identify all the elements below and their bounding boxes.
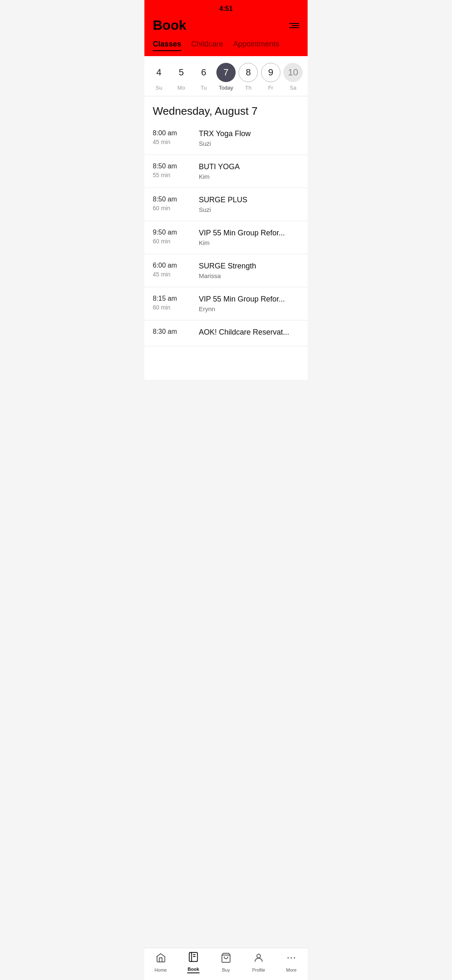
class-time-3: 9:50 am 60 min xyxy=(153,229,199,245)
class-instructor-4: Marissa xyxy=(199,272,299,279)
class-item-1[interactable]: 8:50 am 55 min BUTI YOGA Kim xyxy=(144,155,308,188)
nav-buy-label: Buy xyxy=(222,967,230,972)
time-label-6: 8:30 am xyxy=(153,328,199,335)
day-10[interactable]: 10 Sa xyxy=(283,63,303,91)
duration-label-4: 45 min xyxy=(153,271,199,278)
tab-appointments[interactable]: Appointments xyxy=(233,40,279,51)
time-label-0: 8:00 am xyxy=(153,129,199,137)
class-details-3: VIP 55 Min Group Refor... Kim xyxy=(199,229,299,246)
day-5[interactable]: 5 Mo xyxy=(172,63,191,91)
class-item-0[interactable]: 8:00 am 45 min TRX Yoga Flow Suzi xyxy=(144,122,308,155)
class-instructor-1: Kim xyxy=(199,173,299,180)
date-heading-text: Wednesday, August 7 xyxy=(153,105,299,118)
nav-book[interactable]: Book xyxy=(181,952,206,973)
duration-label-3: 60 min xyxy=(153,238,199,245)
page-title: Book xyxy=(153,18,186,33)
day-number-5: 5 xyxy=(172,63,191,82)
time-label-1: 8:50 am xyxy=(153,162,199,170)
nav-home-label: Home xyxy=(154,967,167,972)
class-details-1: BUTI YOGA Kim xyxy=(199,162,299,180)
class-item-6[interactable]: 8:30 am AOK! Childcare Reservat... xyxy=(144,320,308,346)
class-name-6: AOK! Childcare Reservat... xyxy=(199,328,299,337)
day-8[interactable]: 8 Th xyxy=(239,63,258,91)
tab-classes[interactable]: Classes xyxy=(153,40,181,51)
time-display: 4:51 xyxy=(219,5,233,13)
day-label-mo: Mo xyxy=(177,85,185,91)
filter-button[interactable] xyxy=(289,23,299,28)
tab-childcare[interactable]: Childcare xyxy=(191,40,223,51)
duration-label-2: 60 min xyxy=(153,205,199,211)
day-6[interactable]: 6 Tu xyxy=(194,63,213,91)
time-label-3: 9:50 am xyxy=(153,229,199,236)
home-icon xyxy=(155,952,166,966)
class-instructor-0: Suzi xyxy=(199,140,299,147)
class-time-2: 8:50 am 60 min xyxy=(153,196,199,211)
status-bar: 4:51 xyxy=(144,0,308,14)
nav-profile[interactable]: Profile xyxy=(246,952,271,972)
profile-icon xyxy=(253,952,264,966)
svg-point-5 xyxy=(294,957,295,958)
class-name-3: VIP 55 Min Group Refor... xyxy=(199,229,299,237)
day-number-7: 7 xyxy=(216,63,236,82)
day-9[interactable]: 9 Fr xyxy=(261,63,280,91)
class-name-0: TRX Yoga Flow xyxy=(199,129,299,138)
time-label-4: 6:00 am xyxy=(153,262,199,269)
day-4[interactable]: 4 Su xyxy=(149,63,169,91)
date-heading-section: Wednesday, August 7 xyxy=(144,96,308,122)
class-time-5: 8:15 am 60 min xyxy=(153,295,199,311)
duration-label-0: 45 min xyxy=(153,139,199,145)
day-label-th: Th xyxy=(245,85,252,91)
class-item-5[interactable]: 8:15 am 60 min VIP 55 Min Group Refor...… xyxy=(144,287,308,320)
more-icon xyxy=(286,952,297,966)
calendar-strip: 4 Su 5 Mo 6 Tu 7 Today 8 Th 9 Fr 10 Sa xyxy=(144,56,308,96)
day-number-10: 10 xyxy=(283,63,303,82)
class-list: 8:00 am 45 min TRX Yoga Flow Suzi 8:50 a… xyxy=(144,122,308,380)
nav-home[interactable]: Home xyxy=(148,952,173,972)
nav-more[interactable]: More xyxy=(279,952,304,972)
nav-profile-label: Profile xyxy=(252,967,265,972)
day-label-tu: Tu xyxy=(200,85,207,91)
svg-point-2 xyxy=(257,954,261,958)
tab-bar: Classes Childcare Appointments xyxy=(144,40,308,56)
class-item-3[interactable]: 9:50 am 60 min VIP 55 Min Group Refor...… xyxy=(144,221,308,254)
class-time-4: 6:00 am 45 min xyxy=(153,262,199,278)
day-number-9: 9 xyxy=(261,63,280,82)
day-number-8: 8 xyxy=(239,63,258,82)
day-label-fr: Fr xyxy=(268,85,273,91)
class-details-0: TRX Yoga Flow Suzi xyxy=(199,129,299,147)
class-name-4: SURGE Strength xyxy=(199,262,299,271)
svg-rect-0 xyxy=(189,952,198,962)
class-time-6: 8:30 am xyxy=(153,328,199,337)
bottom-nav: Home Book Buy Profile xyxy=(144,948,308,980)
class-name-2: SURGE PLUS xyxy=(199,196,299,204)
class-details-2: SURGE PLUS Suzi xyxy=(199,196,299,213)
class-details-5: VIP 55 Min Group Refor... Erynn xyxy=(199,295,299,312)
day-label-sa: Sa xyxy=(290,85,296,91)
day-number-4: 4 xyxy=(149,63,169,82)
class-name-1: BUTI YOGA xyxy=(199,162,299,171)
class-time-0: 8:00 am 45 min xyxy=(153,129,199,145)
book-icon xyxy=(188,952,199,965)
header: 4:51 Book Classes Childcare Appointments xyxy=(144,0,308,56)
class-details-6: AOK! Childcare Reservat... xyxy=(199,328,299,338)
header-row: Book xyxy=(144,14,308,40)
time-label-2: 8:50 am xyxy=(153,196,199,203)
nav-buy[interactable]: Buy xyxy=(213,952,239,972)
svg-point-4 xyxy=(290,957,292,958)
class-item-2[interactable]: 8:50 am 60 min SURGE PLUS Suzi xyxy=(144,188,308,221)
class-instructor-2: Suzi xyxy=(199,206,299,213)
class-instructor-5: Erynn xyxy=(199,305,299,312)
nav-more-label: More xyxy=(286,967,296,972)
duration-label-1: 55 min xyxy=(153,172,199,178)
buy-icon xyxy=(221,952,231,966)
class-item-4[interactable]: 6:00 am 45 min SURGE Strength Marissa xyxy=(144,254,308,287)
class-details-4: SURGE Strength Marissa xyxy=(199,262,299,279)
day-label-today: Today xyxy=(219,85,234,91)
class-instructor-3: Kim xyxy=(199,239,299,246)
day-label-su: Su xyxy=(156,85,162,91)
class-name-5: VIP 55 Min Group Refor... xyxy=(199,295,299,304)
day-7-today[interactable]: 7 Today xyxy=(216,63,236,91)
duration-label-5: 60 min xyxy=(153,304,199,311)
nav-active-indicator xyxy=(187,972,200,973)
time-label-5: 8:15 am xyxy=(153,295,199,302)
